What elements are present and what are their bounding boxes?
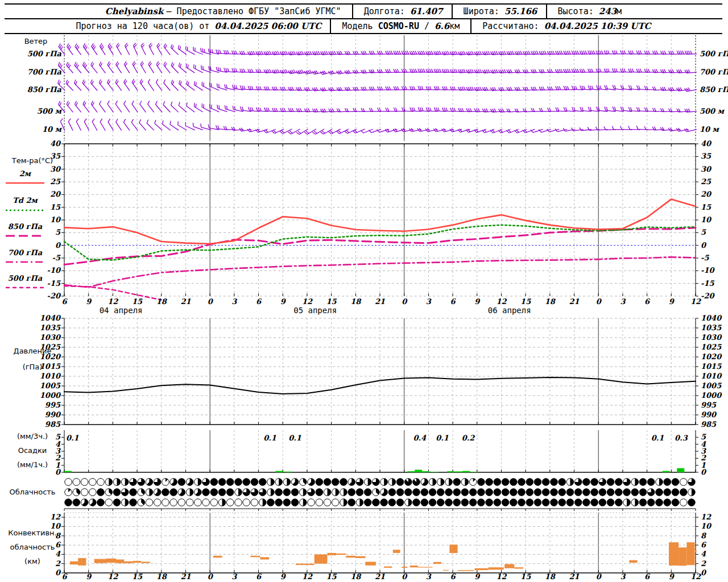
convective-bar bbox=[393, 550, 400, 553]
axis-label: 1035 bbox=[40, 323, 61, 332]
cloud-cover-symbol bbox=[170, 499, 177, 506]
precip-bar bbox=[415, 470, 422, 473]
cloud-cover-symbol bbox=[218, 489, 226, 496]
cloud-cover-symbol bbox=[97, 479, 105, 486]
axis-label: 40 bbox=[701, 139, 712, 148]
cloud-cover-symbol bbox=[429, 499, 436, 506]
axis-label: 2 bbox=[701, 559, 706, 568]
cloud-cover-symbol bbox=[413, 489, 420, 496]
cloud-cover-symbol bbox=[664, 479, 671, 486]
axis-label: Td 2м bbox=[13, 196, 38, 205]
axis-label: 6 bbox=[61, 297, 68, 306]
cloud-cover-symbol bbox=[615, 489, 623, 496]
axis-label: 0 bbox=[596, 297, 602, 306]
axis-label: 0.3 bbox=[675, 434, 688, 442]
convective-bar bbox=[458, 570, 474, 571]
axis-label: 0 bbox=[402, 297, 408, 306]
axis-label: 21 bbox=[569, 297, 579, 306]
cloud-cover-symbol bbox=[89, 479, 97, 486]
cloud-cover-symbol bbox=[656, 499, 663, 506]
cloud-cover-symbol bbox=[324, 499, 331, 506]
axis-label: 6 bbox=[644, 297, 651, 306]
cloud-cover-symbol bbox=[340, 479, 348, 486]
cloud-cover-symbol bbox=[453, 499, 461, 506]
axis-label: 990 bbox=[45, 410, 61, 419]
cloud-cover-symbol bbox=[162, 489, 169, 496]
axis-label: 6 bbox=[450, 572, 457, 581]
cloud-cover-symbol bbox=[583, 499, 590, 506]
axis-label: 25 bbox=[701, 177, 712, 186]
axis-label: 0 bbox=[701, 241, 707, 250]
axis-label: 850 гПа bbox=[27, 85, 62, 94]
cloud-cover-symbol bbox=[672, 489, 679, 496]
convective-bar bbox=[116, 559, 124, 563]
cloud-cover-symbol bbox=[574, 489, 582, 496]
convective-bar bbox=[336, 554, 346, 555]
meteogram-page: Chelyabinsk — Предоставлено ФГБУ "ЗапСиб… bbox=[0, 0, 728, 582]
cloud-cover-symbol bbox=[275, 499, 283, 506]
axis-label: 30 bbox=[50, 165, 61, 173]
axis-label: 12 bbox=[302, 572, 313, 581]
axis-label: 1000 bbox=[40, 391, 61, 400]
axis-label: 1030 bbox=[701, 333, 722, 342]
axis-label: 990 bbox=[701, 410, 717, 419]
cloud-symbols bbox=[65, 479, 695, 506]
axis-label: 9 bbox=[669, 572, 675, 581]
cloud-cover-symbol bbox=[502, 499, 509, 506]
cloud-cover-symbol bbox=[308, 499, 315, 506]
convective-bar bbox=[449, 544, 457, 553]
convective-bar bbox=[124, 562, 133, 563]
cloud-cover-symbol bbox=[486, 479, 493, 486]
cloud-cover-symbol bbox=[607, 499, 614, 506]
convective-bar bbox=[70, 562, 78, 565]
cloud-cover-symbol bbox=[251, 479, 258, 486]
axis-label: 18 bbox=[156, 297, 168, 306]
cloud-cover-symbol bbox=[437, 499, 444, 506]
convective-bar bbox=[514, 567, 523, 568]
axis-label: 1025 bbox=[701, 343, 722, 351]
cloud-cover-symbol bbox=[154, 499, 161, 506]
convective-bar bbox=[669, 542, 679, 566]
cloud-cover-symbol bbox=[502, 489, 509, 496]
cloud-cover-symbol bbox=[373, 499, 380, 506]
cloud-cover-symbol bbox=[218, 479, 226, 486]
axis-label: 15 bbox=[132, 572, 143, 581]
axis-label: 1030 bbox=[40, 333, 61, 342]
cloud-cover-symbol bbox=[583, 479, 590, 486]
axis-label: -10 bbox=[47, 266, 61, 275]
cloud-cover-symbol bbox=[291, 489, 299, 496]
axis-label: Тем-ра(°C) bbox=[11, 156, 53, 165]
axis-label: 9 bbox=[669, 297, 675, 306]
axis-label: 2м bbox=[19, 169, 32, 178]
axis-label: 9 bbox=[86, 297, 92, 306]
axis-label: 700 гПа bbox=[8, 248, 43, 257]
cloud-cover-symbol bbox=[510, 479, 518, 486]
axis-label: Конвективн. bbox=[8, 529, 57, 537]
convective-bar bbox=[296, 564, 315, 565]
cloud-cover-symbol bbox=[599, 489, 606, 496]
precip-bar bbox=[663, 471, 670, 472]
axis-label: 35 bbox=[701, 152, 712, 160]
precip-bar bbox=[470, 472, 478, 472]
cloud-cover-symbol bbox=[518, 499, 526, 506]
axis-label: 05 апреля bbox=[293, 306, 337, 315]
convective-bar bbox=[365, 562, 376, 566]
convective-bar bbox=[443, 570, 449, 571]
axis-label: Давление bbox=[13, 347, 51, 355]
cloud-cover-symbol bbox=[81, 479, 88, 486]
cloud-cover-symbol bbox=[113, 499, 121, 506]
axis-label: -20 bbox=[47, 292, 61, 300]
axis-label: 8 bbox=[701, 531, 707, 540]
axis-label: 700 гПа bbox=[27, 68, 62, 76]
cloud-cover-symbol bbox=[639, 499, 647, 506]
axis-label: 0 bbox=[701, 568, 707, 577]
cloud-cover-symbol bbox=[680, 479, 687, 486]
cloud-cover-symbol bbox=[647, 499, 655, 506]
cloud-cover-symbol bbox=[243, 499, 250, 506]
convective-bar bbox=[328, 553, 337, 555]
axis-label: 700 гПа bbox=[700, 68, 728, 76]
axis-label: 15 bbox=[50, 203, 61, 211]
axis-label: 10 м bbox=[42, 125, 63, 134]
cloud-cover-symbol bbox=[81, 489, 88, 496]
axis-label: 12 bbox=[701, 513, 712, 521]
